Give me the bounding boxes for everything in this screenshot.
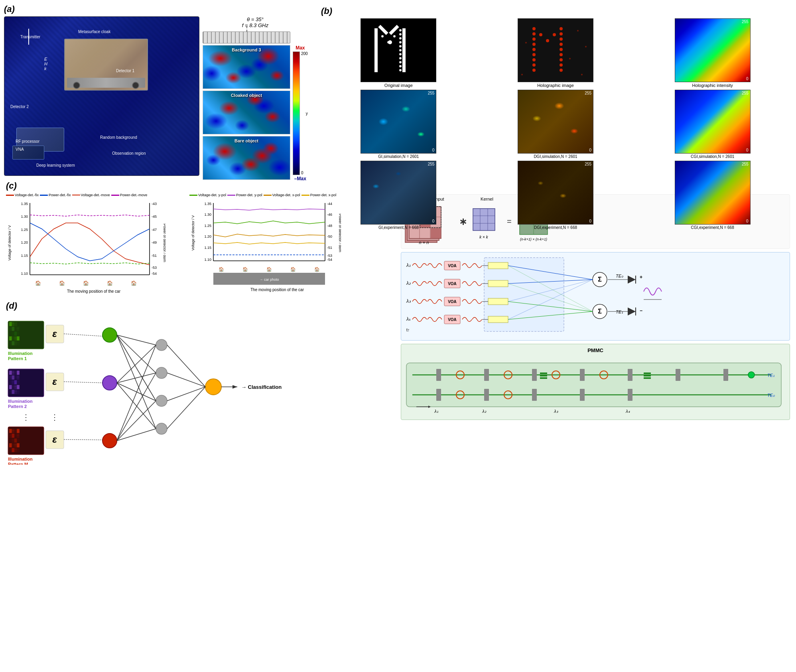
- legend-v-fix: Voltage-det.-fix: [6, 193, 39, 197]
- bg-label: Random background: [100, 135, 137, 140]
- colorbar-row: 200 y 0: [293, 51, 308, 175]
- svg-point-14: [375, 65, 378, 67]
- svg-text:ε: ε: [52, 434, 57, 445]
- svg-rect-247: [580, 369, 585, 381]
- legend-line-p-xpol: [301, 195, 309, 196]
- svg-line-147: [117, 335, 156, 373]
- svg-text:λ₂: λ₂: [482, 409, 486, 414]
- svg-text:-51: -51: [152, 254, 157, 258]
- legend-v-xpol: Voltage-det. x-pol: [264, 193, 300, 197]
- cgi-sim-label: CGI,simulation,N = 2601: [691, 154, 734, 159]
- svg-text:λ₄: λ₄: [625, 409, 630, 414]
- svg-text:Illumination: Illumination: [8, 457, 33, 461]
- pmmc-diagram: PMMC: [401, 344, 790, 420]
- panel-c-label: (c): [6, 181, 17, 191]
- svg-text:▓▒░▓: ▓▒░▓: [9, 429, 20, 433]
- svg-line-169: [64, 334, 102, 336]
- svg-text:TE₁: TE₁: [767, 373, 774, 378]
- svg-point-54: [581, 74, 583, 75]
- svg-point-8: [375, 41, 378, 43]
- panel-d: (d) ▓▒░ ▒▓░▒ ░▒▓▒ ▓░▒▓ ░▓▒░ ε: [4, 299, 395, 668]
- holo-intensity-label: Holographic intensity: [692, 83, 733, 88]
- svg-text:░▓▒░: ░▓▒░: [9, 341, 20, 345]
- svg-point-6: [375, 33, 378, 35]
- holo-intensity-img: 255 0: [675, 18, 751, 82]
- scatter-cloaked: Cloaked object: [203, 91, 290, 134]
- gi-sim-img: 255 0: [361, 90, 436, 154]
- svg-point-53: [569, 58, 571, 59]
- svg-text:−: −: [640, 308, 642, 313]
- tick-200: 200: [301, 51, 308, 56]
- svg-point-7: [375, 37, 378, 39]
- svg-text:Voltage of detector / V: Voltage of detector / V: [8, 225, 12, 261]
- svg-point-17: [387, 41, 390, 43]
- legend-line-p-move: [111, 195, 119, 196]
- svg-point-139: [102, 376, 117, 390]
- svg-text:-45: -45: [152, 215, 157, 219]
- svg-text:1.10: 1.10: [204, 258, 211, 262]
- holographic-label: Holographic image: [537, 83, 574, 88]
- svg-text:TE₀: TE₀: [767, 393, 775, 398]
- svg-point-22: [399, 41, 402, 43]
- scale-255-7: 255: [742, 162, 749, 166]
- legend-v-ypol: Voltage-det. y-pol: [189, 193, 226, 197]
- svg-point-23: [399, 45, 402, 47]
- svg-point-29: [399, 69, 402, 71]
- svg-text:Power of detector / dBm: Power of detector / dBm: [163, 224, 166, 262]
- svg-rect-3: [389, 25, 399, 35]
- svg-marker-237: [628, 307, 636, 315]
- panel-a-label: (a): [4, 4, 315, 14]
- svg-text:λ₃: λ₃: [554, 409, 558, 414]
- vna-label: VNA: [16, 147, 24, 152]
- antenna: [28, 29, 29, 45]
- svg-point-48: [560, 58, 563, 61]
- angle-text: θ = 35°: [247, 16, 264, 22]
- svg-text:▓▒░▓: ▓▒░▓: [9, 370, 20, 375]
- svg-point-140: [102, 434, 117, 448]
- svg-text:λ₁: λ₁: [434, 409, 438, 414]
- original-label: Original image: [384, 83, 413, 88]
- cloaked-label: Cloaked object: [231, 93, 262, 98]
- pmmc-label: PMMC: [404, 347, 786, 353]
- svg-point-16: [381, 35, 384, 37]
- optical-svg: λ₁ VOA λ₂: [404, 256, 783, 335]
- scale-255-3: 255: [585, 91, 591, 95]
- svg-text:Power of detector / dBm: Power of detector / dBm: [338, 214, 341, 252]
- chart1-xlabel: The moving position of the car: [6, 289, 181, 294]
- svg-text:Illumination: Illumination: [8, 399, 33, 404]
- svg-point-26: [399, 57, 402, 59]
- legend-label-v-xpol: Voltage-det. x-pol: [272, 193, 300, 197]
- svg-text:▒▓░▒: ▒▓░▒: [9, 327, 20, 331]
- svg-rect-2: [378, 25, 388, 35]
- svg-text:TE₀: TE₀: [616, 274, 623, 278]
- legend-label-v-fix: Voltage-det.-fix: [15, 193, 39, 197]
- chart2-inner: 1.35 1.30 1.25 1.20 1.15 1.10 -44 -46 -4…: [189, 199, 365, 287]
- bare-label: Bare object: [234, 138, 258, 143]
- legend-label-p-move: Power-det.-move: [120, 193, 148, 197]
- chart2-xlabel: The moving position of the car: [189, 288, 365, 292]
- svg-text:→ Classification: → Classification: [241, 384, 282, 390]
- svg-rect-248: [628, 369, 632, 381]
- svg-text:1.15: 1.15: [21, 254, 28, 258]
- svg-text:🏠: 🏠: [219, 266, 224, 272]
- legend-line-v-fix: [6, 195, 14, 196]
- svg-text:k × k: k × k: [479, 235, 488, 239]
- svg-line-150: [117, 345, 156, 383]
- svg-text:1.20: 1.20: [21, 240, 28, 244]
- svg-text:-54: -54: [327, 258, 332, 262]
- intensity-gradient: [675, 19, 750, 82]
- svg-rect-253: [532, 389, 537, 401]
- svg-rect-270: [540, 375, 547, 376]
- svg-text:▓▒░: ▓▒░: [9, 322, 17, 326]
- holo-svg: [518, 19, 593, 82]
- svg-line-170: [64, 382, 102, 383]
- legend-line-v-ypol: [189, 195, 197, 196]
- svg-text:🏠: 🏠: [290, 266, 296, 272]
- svg-rect-212: [488, 298, 508, 305]
- scatter-bare: Bare object: [203, 136, 290, 180]
- b-cell-dgi-sim: 255 0 DGI,simulation,N = 2601: [478, 90, 633, 159]
- svg-rect-273: [644, 375, 651, 376]
- svg-text:n × n: n × n: [419, 240, 429, 245]
- svg-rect-274: [644, 377, 651, 379]
- svg-text:Pattern 1: Pattern 1: [8, 356, 27, 361]
